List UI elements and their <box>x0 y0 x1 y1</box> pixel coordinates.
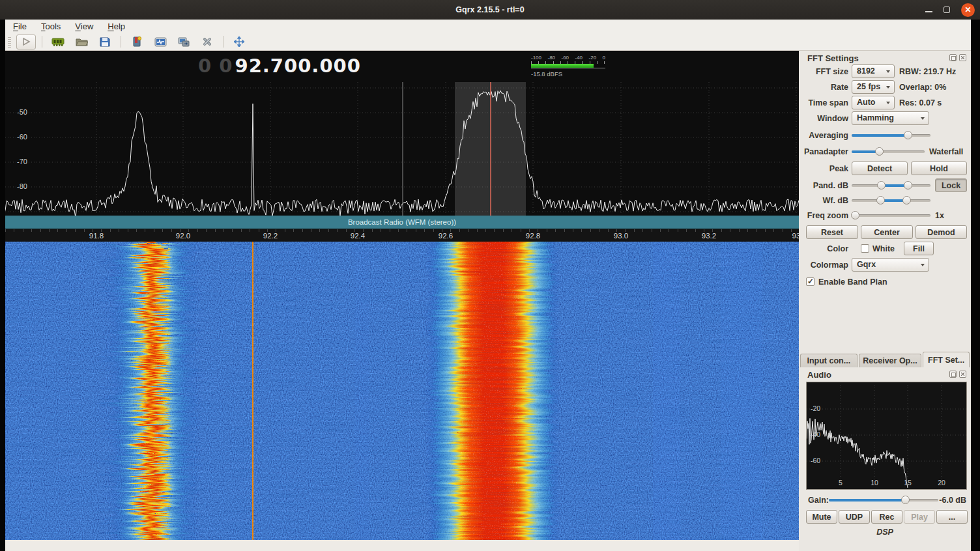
audio-trace <box>807 418 908 488</box>
pand-db-range-slider[interactable] <box>852 180 930 190</box>
restore-icon[interactable] <box>944 7 950 13</box>
freq-axis-label: 92.2 <box>256 232 285 240</box>
averaging-label: Averaging <box>799 131 848 140</box>
rate-select[interactable]: 25 fps <box>852 80 895 94</box>
audio-x-label: 10 <box>867 479 882 487</box>
dsp-label: DSP <box>799 528 971 537</box>
fft-size-select[interactable]: 8192 <box>852 64 895 78</box>
rec-button[interactable]: Rec <box>871 510 902 524</box>
dock-float-icon[interactable] <box>949 54 957 61</box>
tools-icon[interactable] <box>197 35 217 49</box>
menu-tools[interactable]: Tools <box>41 21 61 31</box>
dock-close-icon[interactable] <box>959 54 966 61</box>
enable-band-plan-checkbox[interactable] <box>806 277 814 286</box>
save-settings-icon[interactable] <box>95 35 115 49</box>
gain-slider[interactable] <box>829 495 938 505</box>
time-span-select[interactable]: Auto <box>852 96 895 109</box>
tab-receiver-options[interactable]: Receiver Op... <box>859 354 922 367</box>
more-button[interactable]: ... <box>936 510 968 524</box>
io-devices-icon[interactable] <box>48 35 68 49</box>
split-slider[interactable] <box>852 147 925 156</box>
frequency-axis[interactable]: 91.8 92.0 92.2 92.4 92.6 92.8 93.0 93.2 … <box>5 229 799 242</box>
dsp-display-icon[interactable] <box>151 35 170 49</box>
overlap-value: Overlap: 0% <box>899 83 946 92</box>
peak-detect-button[interactable]: Detect <box>852 162 908 175</box>
toolbar <box>5 33 971 51</box>
toolbar-drag-handle[interactable] <box>8 36 11 48</box>
fill-button[interactable]: Fill <box>904 242 934 255</box>
rate-label: Rate <box>799 83 848 92</box>
panadapter[interactable]: 0 0 92.700.000 -100 -80 -60 -40 -20 0 -1… <box>5 51 799 229</box>
window-edge <box>971 20 980 551</box>
audio-x-label: 5 <box>833 479 848 487</box>
window-edge <box>0 20 5 551</box>
reset-button[interactable]: Reset <box>806 225 858 239</box>
freq-axis-label: 93.2 <box>695 232 723 240</box>
header: File Tools View Help <box>5 20 971 51</box>
titlebar[interactable]: Gqrx 2.15.5 - rtl=0 ✕ <box>0 0 980 20</box>
udp-button[interactable]: UDP <box>839 510 870 524</box>
close-icon[interactable]: ✕ <box>961 3 975 17</box>
load-settings-icon[interactable] <box>72 35 91 49</box>
peak-hold-button[interactable]: Hold <box>911 162 967 175</box>
remote-control-icon[interactable] <box>174 35 194 49</box>
frequency-dim-digits[interactable]: 0 0 <box>198 55 233 77</box>
dock-close-icon[interactable] <box>959 371 966 378</box>
fft-settings-title: FFT Settings <box>807 53 859 63</box>
fft-settings-dock: FFT Settings FFT size 8192 RBW: 219.7 Hz… <box>799 51 971 352</box>
db-axis-label: -60 <box>5 133 27 141</box>
time-span-label: Time span <box>799 98 848 107</box>
fft-size-label: FFT size <box>799 67 848 76</box>
center-button[interactable]: Center <box>861 225 913 239</box>
minimize-icon[interactable] <box>925 11 932 12</box>
audio-title: Audio <box>807 370 831 380</box>
menu-view[interactable]: View <box>75 21 93 31</box>
wf-db-label: Wf. dB <box>799 196 848 205</box>
frequency-display[interactable]: 0 0 92.700.000 <box>198 55 361 77</box>
color-label: Color <box>799 244 848 253</box>
wf-db-range-slider[interactable] <box>852 195 930 205</box>
window-select[interactable]: Hamming <box>852 111 929 125</box>
freq-axis-label: 92.8 <box>519 232 547 240</box>
res-value: Res: 0.07 s <box>899 98 942 107</box>
meter-tick-label: 0 <box>603 55 605 61</box>
dock-float-icon[interactable] <box>949 371 957 378</box>
frequency-digits[interactable]: 92.700.000 <box>235 55 360 77</box>
freq-axis-label: 92.6 <box>431 232 460 240</box>
demod-button[interactable]: Demod <box>915 225 967 239</box>
freq-axis-label: 91.8 <box>82 232 111 240</box>
db-axis-label: -50 <box>5 108 27 116</box>
enable-band-plan-label: Enable Band Plan <box>818 277 887 287</box>
meter-tick-label: -60 <box>561 55 569 61</box>
freq-axis-label: 93.0 <box>607 232 635 240</box>
start-dsp-icon[interactable] <box>16 35 36 49</box>
white-checkbox[interactable] <box>861 244 869 253</box>
tab-input-controls[interactable]: Input con... <box>800 354 857 367</box>
peak-label: Peak <box>799 164 848 173</box>
audio-x-label: 15 <box>900 479 915 487</box>
window-title: Gqrx 2.15.5 - rtl=0 <box>455 5 524 14</box>
pand-db-label: Pand. dB <box>799 181 848 190</box>
meter-level-bar <box>531 64 594 68</box>
play-button[interactable]: Play <box>904 510 935 524</box>
averaging-slider[interactable] <box>852 130 930 140</box>
colormap-select[interactable]: Gqrx <box>852 258 929 272</box>
gqrx-window: Gqrx 2.15.5 - rtl=0 ✕ File Tools View He… <box>0 0 980 551</box>
dbfs-meter: -100 -80 -60 -40 -20 0 -15.8 dBFS <box>531 55 605 78</box>
fullscreen-icon[interactable] <box>229 35 249 49</box>
bookmarks-icon[interactable] <box>127 35 147 49</box>
menu-file[interactable]: File <box>13 21 27 31</box>
mute-button[interactable]: Mute <box>806 510 837 524</box>
freq-zoom-label: Freq zoom <box>799 211 848 220</box>
waterfall[interactable] <box>5 242 799 540</box>
audio-x-label: 20 <box>934 479 949 487</box>
gain-label: Gain: <box>808 496 829 505</box>
panadapter-label: Panadapter <box>799 147 848 156</box>
spectrum-column: 0 0 92.700.000 -100 -80 -60 -40 -20 0 -1… <box>5 51 799 540</box>
pand-db-lock-button[interactable]: Lock <box>935 178 967 192</box>
tab-fft-settings[interactable]: FFT Set... <box>923 352 970 367</box>
audio-y-label: -40 <box>811 431 820 438</box>
audio-spectrum-plot: -20 -40 -60 5 10 15 20 <box>806 382 967 490</box>
menu-help[interactable]: Help <box>108 21 125 31</box>
freq-zoom-slider[interactable] <box>852 210 930 220</box>
